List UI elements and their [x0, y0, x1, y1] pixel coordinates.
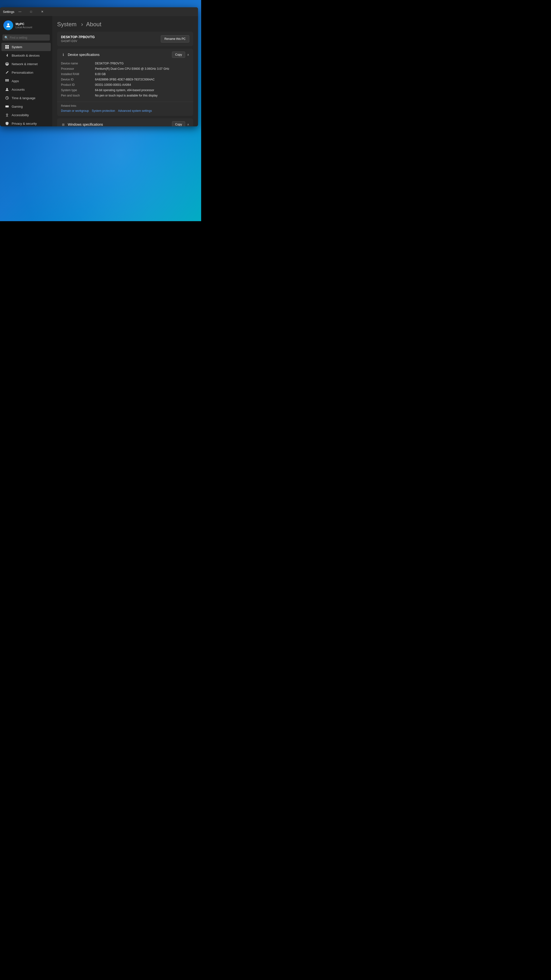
title-bar: Settings — □ ✕ — [0, 7, 198, 16]
device-spec-row: Installed RAM 8.00 GB — [61, 72, 189, 77]
spec-label: Device name — [61, 62, 90, 65]
windows-specs-card: ⊞ Windows specifications Copy ∧ Edition … — [57, 118, 193, 126]
sidebar-item-label-apps: Apps — [12, 79, 19, 83]
related-link-item[interactable]: System protection — [92, 109, 115, 113]
window-controls: — □ ✕ — [14, 7, 48, 16]
sidebar-item-network[interactable]: Network & internet — [2, 60, 51, 68]
device-spec-row: Processor Pentium(R) Dual-Core CPU E6600… — [61, 66, 189, 72]
page-title: System › About — [57, 21, 193, 28]
related-links-label: Related links — [61, 104, 189, 107]
personalization-icon — [5, 70, 9, 75]
sidebar-item-bluetooth[interactable]: Bluetooth & devices — [2, 51, 51, 60]
device-specs-header[interactable]: ℹ Device specifications Copy ∧ — [57, 49, 193, 61]
spec-value: 64-bit operating system, x64-based proce… — [95, 89, 154, 92]
search-box[interactable]: 🔍 — [2, 35, 50, 41]
device-spec-row: Pen and touch No pen or touch input is a… — [61, 93, 189, 98]
svg-point-0 — [7, 23, 9, 25]
page-title-text: About — [86, 21, 101, 27]
svg-rect-2 — [7, 45, 9, 47]
device-spec-row: Product ID 00331-10000-00001-AA064 — [61, 82, 189, 88]
spec-value: Pentium(R) Dual-Core CPU E6600 @ 3.06GHz… — [95, 67, 169, 70]
device-specs-title-group: ℹ Device specifications — [61, 52, 100, 57]
info-icon: ℹ — [61, 52, 65, 57]
svg-rect-5 — [5, 79, 6, 80]
sidebar-item-label-personalization: Personalization — [12, 71, 33, 74]
spec-label: Installed RAM — [61, 72, 90, 76]
search-input[interactable] — [10, 36, 48, 39]
device-specs-copy-button[interactable]: Copy — [172, 51, 185, 58]
accessibility-icon — [5, 113, 9, 117]
sidebar-item-label-accessibility: Accessibility — [12, 113, 29, 117]
device-spec-row: Device ID 6A928898-3FBE-4DE7-8BE9-78372C… — [61, 77, 189, 82]
svg-rect-7 — [8, 79, 9, 80]
sidebar-item-personalization[interactable]: Personalization — [2, 68, 51, 76]
windows-specs-title: Windows specifications — [68, 123, 103, 126]
spec-value: DESKTOP-7PBOVTG — [95, 62, 124, 65]
bluetooth-icon — [5, 53, 9, 57]
minimize-button[interactable]: — — [14, 7, 25, 16]
user-info: MyPC Local Account — [16, 22, 32, 29]
avatar — [3, 21, 13, 30]
breadcrumb-parent: System — [57, 21, 76, 27]
svg-rect-10 — [8, 80, 9, 81]
sidebar-item-gaming[interactable]: Gaming — [2, 102, 51, 111]
device-specs-chevron-icon: ∧ — [187, 53, 189, 56]
spec-label: Pen and touch — [61, 94, 90, 97]
window-content: MyPC Local Account 🔍 System Bluetooth & … — [0, 16, 198, 126]
svg-point-11 — [6, 88, 8, 89]
sidebar-item-label-time: Time & language — [12, 96, 35, 100]
sidebar-item-system[interactable]: System — [2, 43, 51, 51]
spec-label: Processor — [61, 67, 90, 70]
windows-specs-copy-button[interactable]: Copy — [172, 121, 185, 126]
related-link-item[interactable]: Advanced system settings — [118, 109, 152, 113]
spec-value: No pen or touch input is available for t… — [95, 94, 157, 97]
device-name: DESKTOP-7PBOVTG — [61, 35, 95, 39]
svg-point-14 — [8, 106, 8, 107]
sidebar-item-accessibility[interactable]: Accessibility — [2, 111, 51, 119]
sidebar-item-privacy[interactable]: Privacy & security — [2, 119, 51, 126]
settings-window: Settings — □ ✕ — [0, 7, 198, 126]
related-link-item[interactable]: Domain or workgroup — [61, 109, 89, 113]
sidebar-item-apps[interactable]: Apps — [2, 77, 51, 85]
windows-icon: ⊞ — [61, 122, 65, 126]
device-header: DESKTOP-7PBOVTG G41MT-D3V Rename this PC — [57, 32, 193, 46]
user-name: MyPC — [16, 22, 32, 26]
windows-specs-actions: Copy ∧ — [172, 121, 189, 126]
user-profile[interactable]: MyPC Local Account — [0, 18, 52, 33]
maximize-button[interactable]: □ — [25, 7, 37, 16]
spec-value: 8.00 GB — [95, 72, 106, 76]
device-spec-row: Device name DESKTOP-7PBOVTG — [61, 61, 189, 66]
system-icon — [5, 45, 9, 49]
close-button[interactable]: ✕ — [37, 7, 48, 16]
sidebar-item-label-gaming: Gaming — [12, 105, 23, 108]
device-specs-body: Device name DESKTOP-7PBOVTG Processor Pe… — [57, 61, 193, 102]
svg-rect-6 — [6, 79, 8, 80]
time-icon — [5, 96, 9, 100]
sidebar-item-label-privacy: Privacy & security — [12, 122, 37, 126]
sidebar-item-label-system: System — [12, 45, 22, 49]
device-info: DESKTOP-7PBOVTG G41MT-D3V — [61, 35, 95, 43]
apps-icon — [5, 79, 9, 83]
svg-rect-1 — [5, 45, 7, 47]
spec-label: System type — [61, 89, 90, 92]
window-title: Settings — [3, 10, 14, 14]
rename-pc-button[interactable]: Rename this PC — [161, 35, 189, 43]
spec-label: Device ID — [61, 78, 90, 81]
accounts-icon — [5, 87, 9, 92]
main-content: System › About DESKTOP-7PBOVTG G41MT-D3V… — [52, 16, 198, 126]
device-specs-actions: Copy ∧ — [172, 51, 189, 58]
device-spec-row: System type 64-bit operating system, x64… — [61, 88, 189, 93]
gaming-icon — [5, 104, 9, 109]
sidebar-item-label-network: Network & internet — [12, 62, 38, 66]
sidebar-item-time[interactable]: Time & language — [2, 94, 51, 102]
sidebar-item-label-accounts: Accounts — [12, 88, 25, 91]
spec-label: Product ID — [61, 83, 90, 86]
sidebar-item-label-bluetooth: Bluetooth & devices — [12, 54, 40, 57]
network-icon — [5, 62, 9, 66]
svg-point-15 — [8, 107, 8, 107]
svg-rect-8 — [5, 80, 6, 81]
device-specs-title: Device specifications — [68, 53, 100, 57]
sidebar-item-accounts[interactable]: Accounts — [2, 85, 51, 94]
avatar-image — [3, 21, 13, 30]
windows-specs-header[interactable]: ⊞ Windows specifications Copy ∧ — [57, 118, 193, 126]
